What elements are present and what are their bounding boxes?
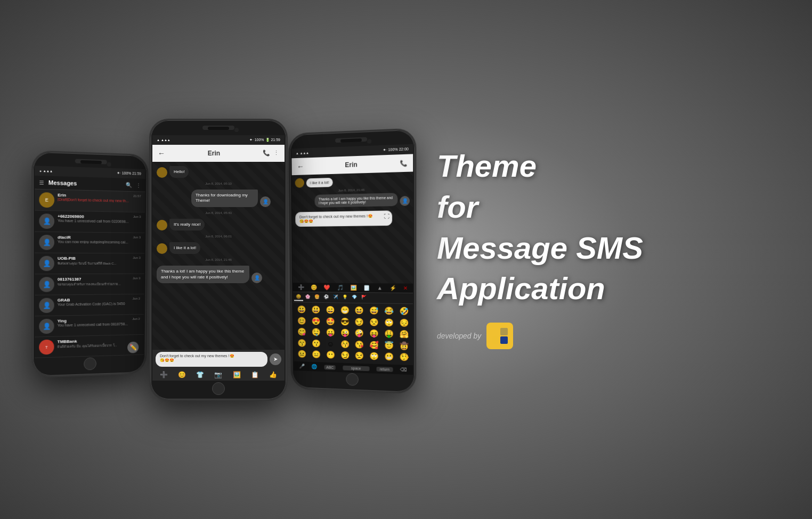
emoji-cell[interactable]: 🤩 (323, 316, 337, 327)
list-item[interactable]: 👤 GRAB Jun 2 Your Grab Activation Code (… (35, 294, 144, 316)
emoji-cell[interactable]: 😀 (295, 304, 308, 315)
emoji-tab-smiley[interactable]: 😀 (294, 293, 303, 301)
emoji-cell[interactable]: 🤤 (310, 327, 323, 337)
emoji-heart-icon[interactable]: ❤️ (324, 284, 330, 290)
emoji-cell[interactable]: 🤪 (353, 328, 367, 339)
emoji-cell[interactable]: 🙄 (367, 351, 381, 361)
hamburger-icon[interactable]: ☰ (39, 179, 44, 185)
emoji-cell[interactable]: 😏 (338, 350, 352, 361)
send-button[interactable]: ➤ (270, 353, 281, 365)
emoji-cell[interactable]: 😛 (323, 327, 337, 338)
emoji-arrow-icon[interactable]: ▲ (377, 285, 383, 291)
emoji-tab-nature[interactable]: 🌸 (303, 293, 312, 301)
camera-icon[interactable]: 📷 (214, 371, 222, 378)
expand-icon[interactable]: ⛶ (384, 213, 389, 219)
emoji-tab-activity[interactable]: ⚽ (322, 293, 331, 301)
emoji-cell[interactable]: 😄 (323, 304, 337, 315)
emoji-misc-icon[interactable]: ⚡ (389, 285, 396, 291)
emoji-cell[interactable]: 😒 (353, 351, 367, 361)
emoji-cell[interactable]: 😊 (295, 316, 308, 326)
emoji-cell[interactable]: 😐 (296, 349, 309, 360)
emoji-cell[interactable]: 🤠 (397, 340, 411, 351)
emoji-cell[interactable]: 🙄 (382, 317, 396, 328)
avatar: T 1 (39, 339, 54, 355)
phone-right-home[interactable] (346, 373, 359, 385)
keyboard-space-bar[interactable]: space (343, 365, 369, 371)
keyboard-return-key[interactable]: return (377, 366, 393, 372)
status-bar-middle: ▲ ▲▲▲ ✦ᐧ 100% 🔋 21:59 (152, 135, 285, 145)
list-item[interactable]: 👤 Ying Jun 2 You have 1 unreceived call … (35, 314, 144, 337)
list-item[interactable]: 👤 +6622069800 Jun 3 You have 1 unreceive… (35, 210, 145, 233)
msg-content: dtaciR Jun 3 You can now enjoy outgoing/… (58, 235, 141, 244)
emoji-cell[interactable]: 🤥 (397, 352, 411, 363)
keyboard-delete-icon[interactable]: ⌫ (400, 367, 407, 372)
emoji-cell[interactable]: 😚 (338, 339, 351, 350)
emoji-tab-objects[interactable]: 💡 (340, 293, 350, 301)
emoji-cell[interactable]: 😗 (310, 338, 323, 349)
more-icon-left[interactable]: ⋮ (136, 182, 141, 187)
emoji-cell[interactable]: 🤑 (382, 328, 396, 339)
emoji-cell[interactable]: 😁 (338, 305, 351, 316)
add-icon[interactable]: ➕ (160, 371, 168, 378)
timestamp-right: Jun 8, 2014, 21:46 (295, 187, 410, 193)
emoji-face-icon[interactable]: 😊 (311, 284, 317, 290)
emoji-cell[interactable]: 🤣 (397, 306, 411, 316)
emoji-pic-icon[interactable]: 🖼️ (350, 284, 356, 290)
emoji-cell[interactable]: 😙 (295, 338, 308, 349)
call-icon[interactable]: 📞 (263, 150, 270, 156)
emoji-cell[interactable]: 😶 (324, 350, 337, 360)
back-button[interactable]: ← (158, 149, 165, 158)
keyboard-global-icon[interactable]: 🌐 (312, 364, 318, 369)
like-icon[interactable]: 👍 (269, 371, 277, 378)
emoji-cell[interactable]: 😎 (338, 316, 351, 327)
more-menu-icon[interactable]: ⋮ (273, 150, 279, 156)
network-bars: ▲▲▲ (161, 138, 170, 142)
avatar: 👤 (39, 256, 54, 270)
emoji-cell[interactable]: 😜 (338, 327, 351, 338)
list-item[interactable]: 👤 UOB-PIB Jun 3 พิเศษเพาะคุณ! ร้อนนี่ รั… (35, 253, 144, 274)
emoji-cell[interactable]: 😆 (352, 305, 366, 316)
keyboard-mic-icon[interactable]: 🎤 (299, 363, 305, 368)
list-item[interactable]: 👤 0813761387 Jun 3 ขอขอบคุณสำหรับการลงทะ… (35, 274, 144, 295)
compose-fab-button[interactable]: ✏️ (127, 341, 139, 353)
emoji-cell[interactable]: ☺️ (324, 339, 337, 349)
emoji-delete-icon[interactable]: ✕ (403, 285, 408, 291)
emoji-tab-travel[interactable]: ✈️ (331, 293, 340, 301)
emoji-tab-symbols[interactable]: 💎 (350, 293, 359, 301)
clipboard-icon[interactable]: 📋 (251, 371, 259, 378)
emoji-cell[interactable]: 🥰 (367, 340, 381, 350)
back-button-right[interactable]: ← (297, 162, 304, 170)
emoji-cell[interactable]: 😔 (397, 317, 411, 328)
phone-left-home[interactable] (84, 357, 96, 370)
emoji-cell[interactable]: 😘 (353, 339, 367, 350)
keyboard-text-icon[interactable]: ABC (324, 364, 336, 369)
list-item[interactable]: 👤 dtaciR Jun 3 You can now enjoy outgoin… (35, 232, 145, 253)
emoji-icon[interactable]: 😊 (178, 371, 186, 378)
sticker-icon[interactable]: 👕 (196, 371, 204, 378)
svg-rect-3 (500, 328, 508, 335)
emoji-add-icon[interactable]: ➕ (298, 284, 304, 290)
emoji-cell[interactable]: 😝 (367, 328, 381, 339)
emoji-cell[interactable]: 😒 (367, 317, 381, 327)
emoji-cell[interactable]: 😑 (310, 349, 323, 360)
emoji-music-icon[interactable]: 🎵 (337, 284, 343, 290)
emoji-cell[interactable]: 😍 (310, 316, 323, 326)
emoji-cell[interactable]: 😃 (309, 304, 322, 315)
emoji-cell[interactable]: 😬 (382, 351, 396, 362)
emoji-tab-food[interactable]: 🍔 (312, 293, 321, 301)
message-input[interactable]: Don't forget to check out my new themes … (156, 352, 267, 367)
emoji-cell[interactable]: 😅 (367, 306, 381, 316)
phone-middle-home[interactable] (212, 382, 225, 395)
contact-name: TMBBank (58, 339, 77, 344)
emoji-cell[interactable]: 😇 (382, 340, 396, 351)
emoji-sticker-icon[interactable]: 🗒️ (363, 285, 370, 291)
emoji-tab-flags[interactable]: 🚩 (359, 293, 369, 301)
emoji-cell[interactable]: 😋 (295, 327, 308, 337)
image-icon[interactable]: 🖼️ (233, 371, 241, 378)
emoji-cell[interactable]: 🤗 (397, 329, 411, 340)
emoji-cell[interactable]: 😂 (382, 306, 396, 316)
search-icon-left[interactable]: 🔍 (126, 182, 132, 187)
call-icon-right[interactable]: 📞 (400, 159, 407, 167)
emoji-cell[interactable]: 😏 (352, 317, 366, 327)
list-item[interactable]: E Erin 21:57 [Draft]Don't forget to chec… (35, 189, 145, 212)
